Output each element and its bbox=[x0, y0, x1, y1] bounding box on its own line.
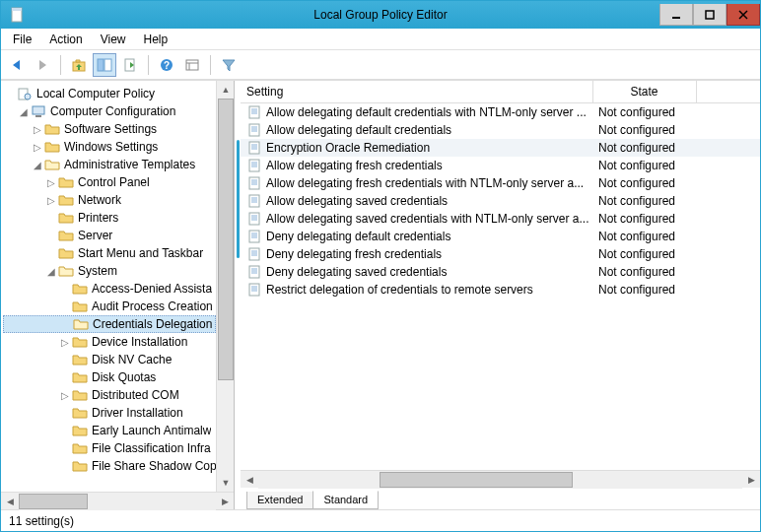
close-button[interactable] bbox=[726, 4, 760, 26]
tree-node-srv[interactable]: Server bbox=[3, 227, 216, 244]
tree-twisty[interactable] bbox=[58, 284, 72, 295]
tree-node-net[interactable]: ▷Network bbox=[3, 191, 216, 209]
tree-node-fci[interactable]: File Classification Infra bbox=[3, 439, 216, 457]
help-button[interactable]: ? bbox=[155, 53, 178, 77]
show-button[interactable] bbox=[180, 53, 204, 77]
tree-node-ws[interactable]: ▷Windows Settings bbox=[3, 138, 216, 156]
scroll-up-icon[interactable]: ▲ bbox=[217, 81, 235, 99]
setting-row[interactable]: Restrict delegation of credentials to re… bbox=[241, 281, 760, 299]
tree-twisty[interactable] bbox=[59, 319, 73, 330]
filter-button[interactable] bbox=[217, 53, 241, 77]
up-button[interactable] bbox=[67, 53, 91, 77]
vscroll-thumb[interactable] bbox=[218, 99, 234, 380]
setting-row[interactable]: Allow delegating default credentialsNot … bbox=[241, 121, 760, 139]
menu-help[interactable]: Help bbox=[136, 31, 176, 48]
tree-hscroll[interactable]: ◀ ▶ bbox=[1, 492, 234, 509]
tree-twisty[interactable] bbox=[58, 372, 72, 383]
col-setting[interactable]: Setting bbox=[241, 81, 592, 103]
tree-node-smt[interactable]: Start Menu and Taskbar bbox=[3, 244, 216, 262]
scroll-right-icon[interactable]: ▶ bbox=[742, 471, 760, 489]
tree-node-apc[interactable]: Audit Process Creation bbox=[3, 298, 216, 315]
setting-row[interactable]: Allow delegating fresh credentialsNot co… bbox=[241, 157, 760, 174]
vscroll-track[interactable] bbox=[217, 99, 234, 474]
hscroll-track[interactable] bbox=[258, 471, 742, 489]
menu-action[interactable]: Action bbox=[41, 31, 90, 48]
tree-node-dnv[interactable]: Disk NV Cache bbox=[3, 351, 216, 368]
setting-row[interactable]: Allow delegating default credentials wit… bbox=[241, 103, 760, 122]
scroll-down-icon[interactable]: ▼ bbox=[217, 474, 235, 492]
tree-node-root[interactable]: Local Computer Policy bbox=[3, 85, 216, 102]
tree-twisty[interactable]: ▷ bbox=[31, 124, 44, 135]
col-state[interactable]: State bbox=[592, 81, 696, 103]
setting-state: Not configured bbox=[592, 281, 696, 299]
setting-row[interactable]: Allow delegating saved credentials with … bbox=[241, 210, 760, 228]
tree-node-dcom[interactable]: ▷Distributed COM bbox=[3, 386, 216, 404]
tree-twisty[interactable]: ▷ bbox=[58, 390, 72, 401]
tree-twisty[interactable] bbox=[58, 426, 72, 436]
list-hscroll[interactable]: ◀ ▶ bbox=[241, 470, 760, 488]
tree-twisty[interactable]: ◢ bbox=[44, 266, 58, 277]
forward-button[interactable] bbox=[31, 53, 54, 77]
tree-twisty[interactable] bbox=[44, 248, 58, 259]
menu-view[interactable]: View bbox=[93, 31, 134, 48]
setting-row[interactable]: Deny delegating default credentialsNot c… bbox=[241, 228, 760, 245]
tree-twisty[interactable] bbox=[58, 443, 72, 454]
toolbar-separator bbox=[210, 55, 211, 75]
tree-twisty[interactable] bbox=[44, 213, 58, 224]
tree-node-cd[interactable]: Credentials Delegation bbox=[3, 315, 216, 333]
folder-icon bbox=[73, 317, 89, 331]
setting-row[interactable]: Allow delegating saved credentialsNot co… bbox=[241, 192, 760, 210]
tree-node-ada[interactable]: Access-Denied Assista bbox=[3, 280, 216, 298]
tree-twisty[interactable]: ▷ bbox=[44, 177, 58, 188]
settings-list[interactable]: Setting State Allow delegating default c… bbox=[241, 81, 760, 470]
hscroll-track[interactable] bbox=[19, 493, 216, 510]
setting-row[interactable]: Allow delegating fresh credentials with … bbox=[241, 174, 760, 192]
tab-standard[interactable]: Standard bbox=[312, 491, 379, 509]
tree-node-di[interactable]: ▷Device Installation bbox=[3, 333, 216, 351]
tree-node-sw[interactable]: ▷Software Settings bbox=[3, 120, 216, 138]
tree-node-drvi[interactable]: Driver Installation bbox=[3, 404, 216, 422]
tree-twisty[interactable] bbox=[44, 231, 58, 241]
tree-node-cc[interactable]: ◢Computer Configuration bbox=[3, 102, 216, 120]
tree-twisty[interactable]: ◢ bbox=[31, 160, 44, 170]
tree-node-dq[interactable]: Disk Quotas bbox=[3, 368, 216, 386]
hscroll-thumb[interactable] bbox=[19, 494, 88, 509]
tree-node-pr[interactable]: Printers bbox=[3, 209, 216, 227]
tree-twisty[interactable]: ▷ bbox=[31, 142, 44, 153]
tree-label: Distributed COM bbox=[92, 388, 179, 402]
tree-twisty[interactable] bbox=[58, 408, 72, 419]
tree-node-sys[interactable]: ◢System bbox=[3, 262, 216, 280]
scroll-right-icon[interactable]: ▶ bbox=[216, 493, 234, 510]
setting-row[interactable]: Deny delegating fresh credentialsNot con… bbox=[241, 245, 760, 263]
tab-extended[interactable]: Extended bbox=[246, 492, 313, 509]
minimize-button[interactable] bbox=[659, 4, 693, 26]
tree-twisty[interactable] bbox=[3, 89, 17, 100]
export-button[interactable] bbox=[118, 53, 142, 77]
tree-twisty[interactable]: ◢ bbox=[17, 106, 31, 117]
tree-twisty[interactable] bbox=[58, 355, 72, 366]
menu-file[interactable]: File bbox=[5, 31, 39, 48]
tree-twisty[interactable] bbox=[58, 461, 72, 472]
tree-node-fssc[interactable]: File Share Shadow Cop bbox=[3, 457, 216, 475]
tree-vscroll[interactable]: ▲ ▼ bbox=[216, 81, 234, 492]
svg-rect-1 bbox=[12, 8, 22, 11]
back-button[interactable] bbox=[5, 53, 29, 77]
hscroll-thumb[interactable] bbox=[380, 472, 573, 488]
tree-node-elam[interactable]: Early Launch Antimalw bbox=[3, 422, 216, 439]
options-button[interactable] bbox=[93, 53, 116, 77]
folder-icon bbox=[58, 229, 74, 242]
tree-node-at[interactable]: ◢Administrative Templates bbox=[3, 156, 216, 173]
tree-twisty[interactable]: ▷ bbox=[58, 337, 72, 348]
scroll-left-icon[interactable]: ◀ bbox=[1, 493, 19, 510]
policy-tree[interactable]: Local Computer Policy◢Computer Configura… bbox=[1, 81, 216, 492]
tree-node-cp[interactable]: ▷Control Panel bbox=[3, 173, 216, 191]
setting-row[interactable]: Encryption Oracle RemediationNot configu… bbox=[241, 139, 760, 157]
tree-twisty[interactable]: ▷ bbox=[44, 195, 58, 206]
setting-row[interactable]: Deny delegating saved credentialsNot con… bbox=[241, 263, 760, 281]
setting-state: Not configured bbox=[592, 139, 696, 157]
scroll-left-icon[interactable]: ◀ bbox=[241, 471, 258, 489]
maximize-button[interactable] bbox=[693, 4, 726, 26]
col-blank[interactable] bbox=[696, 81, 760, 103]
tree-twisty[interactable] bbox=[58, 301, 72, 312]
content-body: Local Computer Policy◢Computer Configura… bbox=[1, 80, 760, 509]
